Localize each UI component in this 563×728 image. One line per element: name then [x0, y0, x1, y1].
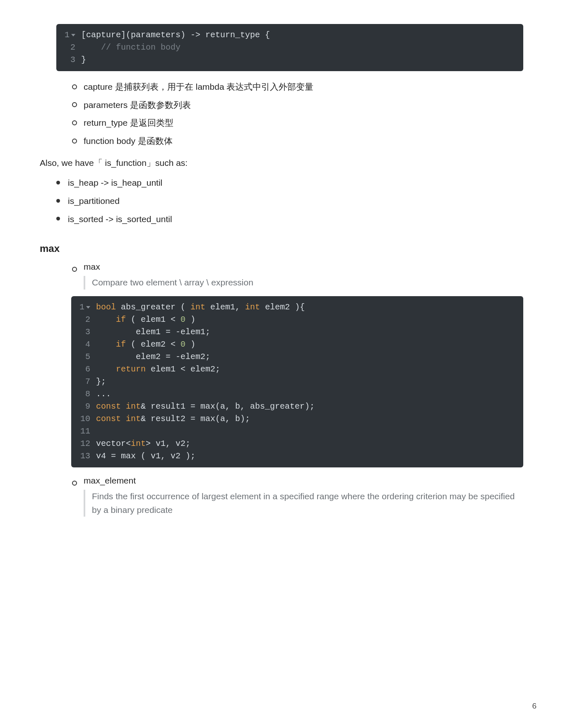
- fold-caret-icon[interactable]: [71, 34, 75, 36]
- code-content: vector<int> v1, v2;: [96, 438, 190, 450]
- page-number: 6: [532, 702, 537, 711]
- list-item: function body 是函数体: [72, 134, 523, 148]
- code-line: 12vector<int> v1, v2;: [71, 438, 523, 450]
- code-content: // function body: [81, 41, 180, 54]
- code-content: elem1 = -elem1;: [96, 326, 210, 338]
- code-line: 5 elem2 = -elem2;: [71, 351, 523, 363]
- page: 1[capture](parameters) -> return_type {2…: [0, 0, 563, 728]
- list-item: capture 是捕获列表，用于在 lambda 表达式中引入外部变量: [72, 79, 523, 94]
- section-heading-max: max: [40, 243, 523, 254]
- code-line: 1bool abs_greater ( int elem1, int elem2…: [71, 301, 523, 314]
- code-line: 4 if ( elem2 < 0 ): [71, 338, 523, 351]
- code-block-abs-greater: 1bool abs_greater ( int elem1, int elem2…: [71, 296, 523, 467]
- quote-max: Compare two element \ array \ expression: [84, 276, 523, 290]
- line-number: 9: [71, 400, 96, 413]
- code-content: bool abs_greater ( int elem1, int elem2 …: [96, 301, 305, 314]
- line-number: 3: [71, 326, 96, 338]
- code-line: 2 if ( elem1 < 0 ): [71, 314, 523, 326]
- code-line: 11: [71, 425, 523, 438]
- line-number: 4: [71, 338, 96, 351]
- code-line: 1[capture](parameters) -> return_type {: [56, 29, 523, 41]
- code-content: return elem1 < elem2;: [96, 363, 220, 376]
- line-number: 6: [71, 363, 96, 376]
- code-content: const int& result1 = max(a, b, abs_great…: [96, 400, 315, 413]
- code-content: v4 = max ( v1, v2 );: [96, 450, 195, 462]
- svg-marker-0: [71, 34, 75, 36]
- code-line: 10const int& result2 = max(a, b);: [71, 413, 523, 425]
- fold-caret-icon[interactable]: [86, 306, 90, 309]
- code-line: 7};: [71, 376, 523, 388]
- svg-marker-1: [86, 306, 90, 309]
- code-line: 13v4 = max ( v1, v2 );: [71, 450, 523, 462]
- code-line: 6 return elem1 < elem2;: [71, 363, 523, 376]
- code-content: };: [96, 376, 106, 388]
- code-line: 8...: [71, 388, 523, 400]
- lambda-notes-list: capture 是捕获列表，用于在 lambda 表达式中引入外部变量param…: [72, 79, 523, 148]
- line-number: 10: [71, 413, 96, 425]
- line-number: 8: [71, 388, 96, 400]
- line-number: 1: [56, 29, 81, 41]
- code-content: [capture](parameters) -> return_type {: [81, 29, 270, 41]
- code-line: 3 elem1 = -elem1;: [71, 326, 523, 338]
- line-number: 2: [71, 314, 96, 326]
- line-number: 13: [71, 450, 96, 462]
- sub-item-max-element-label: max_element: [84, 476, 136, 485]
- line-number: 1: [71, 301, 96, 314]
- list-item: is_heap -> is_heap_until: [56, 175, 523, 190]
- code-content: }: [81, 54, 86, 66]
- sub-item-max-label: max: [84, 262, 100, 271]
- code-content: const int& result2 = max(a, b);: [96, 413, 250, 425]
- code-line: 9const int& result1 = max(a, b, abs_grea…: [71, 400, 523, 413]
- sub-item-max-element: max_element: [72, 476, 523, 486]
- line-number: 5: [71, 351, 96, 363]
- code-content: elem2 = -elem2;: [96, 351, 210, 363]
- list-item: return_type 是返回类型: [72, 115, 523, 130]
- line-number: 7: [71, 376, 96, 388]
- line-number: 12: [71, 438, 96, 450]
- is-function-list: is_heap -> is_heap_untilis_partitionedis…: [56, 175, 523, 226]
- also-paragraph: Also, we have「 is_function」such as:: [40, 156, 523, 170]
- list-item: is_sorted -> is_sorted_until: [56, 212, 523, 227]
- line-number: 2: [56, 41, 81, 54]
- line-number: 3: [56, 54, 81, 66]
- code-content: if ( elem1 < 0 ): [96, 314, 195, 326]
- sub-item-max: max: [72, 262, 523, 272]
- code-block-lambda: 1[capture](parameters) -> return_type {2…: [56, 24, 523, 71]
- code-line: 2 // function body: [56, 41, 523, 54]
- code-content: if ( elem2 < 0 ): [96, 338, 195, 351]
- code-line: 3}: [56, 54, 523, 66]
- list-item: parameters 是函数参数列表: [72, 98, 523, 113]
- line-number: 11: [71, 425, 96, 438]
- list-item: is_partitioned: [56, 194, 523, 208]
- quote-max-element: Finds the first occurrence of largest el…: [84, 490, 523, 517]
- code-content: ...: [96, 388, 111, 400]
